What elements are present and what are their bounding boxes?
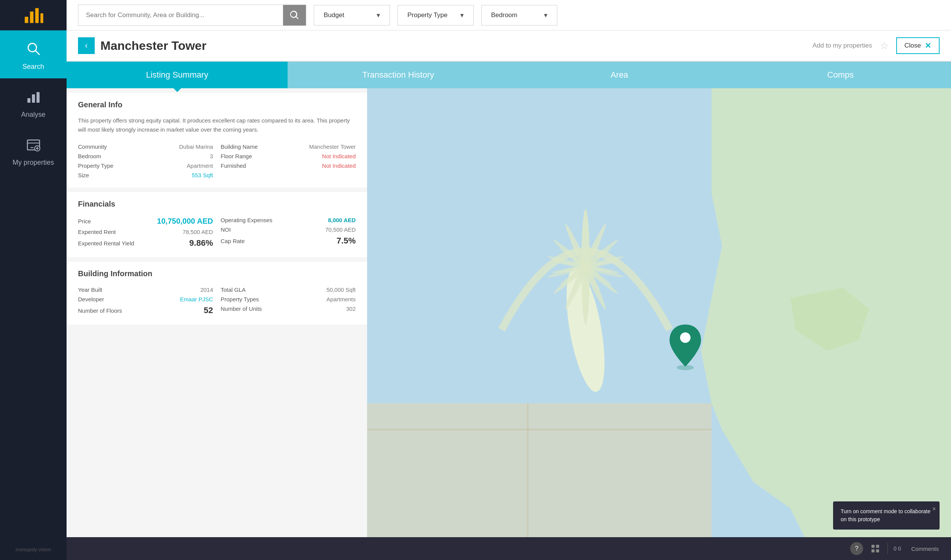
- monopoly-vision-label: monopoly vision: [16, 547, 51, 552]
- help-icon: ?: [855, 545, 859, 552]
- svg-rect-6: [27, 98, 30, 103]
- bedroom-value: 3: [210, 153, 213, 159]
- noi-value: 70,500 AED: [325, 226, 356, 233]
- building-info-left: Year Built 2014 Developer Emaar PJSC Num…: [78, 285, 213, 317]
- developer-value[interactable]: Emaar PJSC: [180, 296, 213, 302]
- general-info-section: General Info This property offers strong…: [67, 93, 367, 188]
- search-container: [78, 5, 306, 26]
- general-info-description: This property offers strong equity capit…: [78, 116, 356, 134]
- add-to-properties-link[interactable]: Add to my properties: [813, 42, 872, 49]
- svg-point-35: [677, 365, 693, 370]
- property-types-value: Apartments: [326, 296, 356, 302]
- expected-rent-label: Expented Rent: [78, 229, 116, 235]
- bottom-divider: [887, 543, 888, 554]
- general-info-grid: Community Dubai Marina Bedroom 3 Propert…: [78, 142, 356, 180]
- financials-title: Financials: [78, 200, 356, 208]
- developer-label: Developer: [78, 296, 104, 302]
- svg-rect-7: [32, 94, 35, 103]
- comment-tooltip-text: Turn on comment mode to collaborate on t…: [841, 508, 930, 522]
- general-info-right: Building Name Manchester Tower Floor Ran…: [221, 142, 356, 180]
- search-icon: [26, 41, 41, 60]
- property-type-label-field: Property Type: [78, 162, 113, 169]
- svg-rect-8: [37, 92, 40, 103]
- search-button[interactable]: [283, 5, 306, 25]
- building-name-label: Building Name: [221, 143, 258, 150]
- community-label: Community: [78, 143, 107, 150]
- main-content: ‹ Manchester Tower Add to my properties …: [67, 30, 951, 560]
- noi-label: NOI: [221, 226, 231, 233]
- financials-section: Financials Price 10,750,000 AED Expented…: [67, 192, 367, 257]
- bedroom-dropdown[interactable]: Bedroom ▾: [481, 5, 557, 25]
- svg-rect-38: [871, 549, 875, 552]
- building-info-section: Building Information Year Built 2014 Dev…: [67, 262, 367, 325]
- search-input[interactable]: [78, 5, 283, 25]
- app-logo: [22, 5, 45, 25]
- map-panel[interactable]: [367, 88, 951, 560]
- tab-listing-summary[interactable]: Listing Summary: [67, 62, 288, 88]
- property-types-label: Property Types: [221, 296, 259, 302]
- noi-row: NOI 70,500 AED: [221, 225, 356, 234]
- property-title: Manchester Tower: [100, 39, 207, 53]
- property-title-area: ‹ Manchester Tower: [78, 37, 207, 54]
- back-button[interactable]: ‹: [78, 37, 95, 54]
- developer-row: Developer Emaar PJSC: [78, 294, 213, 304]
- operating-expenses-row: Operating Expenses 8,000 AED: [221, 215, 356, 225]
- tab-transaction-history[interactable]: Transaction History: [288, 62, 509, 88]
- bedroom-label: Bedroom: [78, 153, 101, 159]
- property-type-dropdown[interactable]: Property Type ▾: [398, 5, 474, 25]
- svg-rect-3: [40, 13, 43, 23]
- price-value: 10,750,000 AED: [157, 217, 213, 226]
- svg-rect-1: [30, 11, 33, 23]
- sidebar-item-search[interactable]: Search: [0, 30, 67, 78]
- financials-left: Price 10,750,000 AED Expented Rent 78,50…: [78, 215, 213, 250]
- property-type-arrow-icon: ▾: [460, 11, 464, 19]
- favorite-star-icon[interactable]: ☆: [880, 40, 889, 52]
- cap-rate-row: Cap Rate 7.5%: [221, 234, 356, 247]
- furnished-label: Furnished: [221, 162, 246, 169]
- sidebar-bottom: monopoly vision: [8, 539, 59, 560]
- map-container[interactable]: [367, 88, 951, 560]
- building-name-value: Manchester Tower: [309, 143, 356, 150]
- comment-tooltip: × Turn on comment mode to collaborate on…: [833, 501, 940, 530]
- topbar: Budget ▾ Property Type ▾ Bedroom ▾: [67, 0, 951, 30]
- tab-area[interactable]: Area: [509, 62, 730, 88]
- back-arrow-icon: ‹: [85, 41, 87, 51]
- bedroom-row: Bedroom 3: [78, 151, 213, 161]
- map-svg: [367, 88, 951, 560]
- analyse-icon: [26, 89, 41, 108]
- num-floors-label: Number of Floors: [78, 307, 122, 314]
- property-types-row: Property Types Apartments: [221, 294, 356, 304]
- logo-area: [0, 0, 67, 30]
- sidebar-item-analyse[interactable]: Analyse: [0, 78, 67, 126]
- tab-comps[interactable]: Comps: [730, 62, 951, 88]
- total-gla-row: Total GLA 50,000 Sqft: [221, 285, 356, 294]
- sidebar-my-properties-label: My properties: [13, 159, 54, 167]
- my-properties-icon: [26, 137, 41, 156]
- svg-rect-2: [35, 8, 38, 23]
- tooltip-close-button[interactable]: ×: [932, 504, 936, 514]
- grid-icon: [871, 544, 879, 553]
- close-button[interactable]: Close ✕: [896, 37, 940, 54]
- sidebar: Search Analyse My properties monopoly vi…: [0, 0, 67, 560]
- header-actions: Add to my properties ☆ Close ✕: [813, 37, 940, 54]
- sidebar-item-my-properties[interactable]: My properties: [0, 126, 67, 174]
- building-info-right: Total GLA 50,000 Sqft Property Types Apa…: [221, 285, 356, 317]
- building-info-title: Building Information: [78, 269, 356, 278]
- svg-rect-37: [876, 545, 879, 548]
- comment-count: 0 0: [894, 546, 901, 552]
- expected-rental-yield-label: Expented Rental Yield: [78, 240, 134, 247]
- bedroom-label: Bedroom: [491, 11, 517, 19]
- property-type-value: Apartment: [187, 162, 213, 169]
- budget-dropdown[interactable]: Budget ▾: [314, 5, 390, 25]
- furnished-row: Furnished Not Indicated: [221, 161, 356, 170]
- building-name-row: Building Name Manchester Tower: [221, 142, 356, 151]
- comments-button[interactable]: Comments: [906, 543, 943, 554]
- property-type-label: Property Type: [407, 11, 448, 19]
- help-button[interactable]: ?: [850, 542, 863, 555]
- search-icon: [289, 10, 300, 21]
- community-value: Dubai Marina: [179, 143, 213, 150]
- general-info-left: Community Dubai Marina Bedroom 3 Propert…: [78, 142, 213, 180]
- floor-range-value: Not Indicated: [322, 153, 356, 159]
- grid-view-button[interactable]: [869, 542, 882, 555]
- cap-rate-label: Cap Rate: [221, 238, 245, 244]
